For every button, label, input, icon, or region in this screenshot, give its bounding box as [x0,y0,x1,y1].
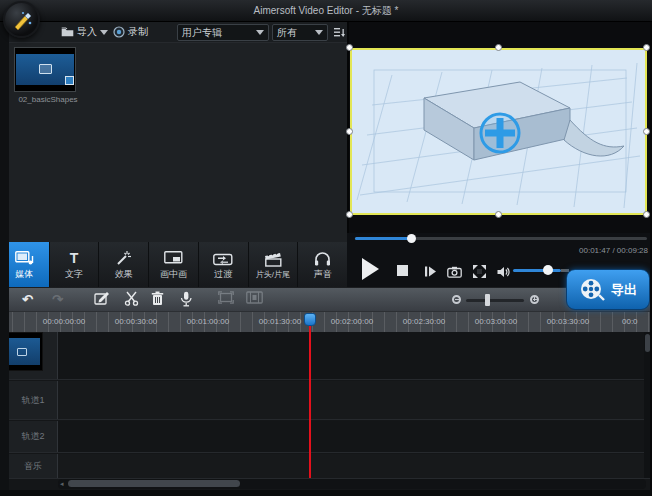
undo-button[interactable]: ↶ [22,291,33,308]
split-scene-button[interactable] [246,291,263,308]
voiceover-button[interactable] [180,291,192,311]
resize-handle-top-left[interactable] [346,44,353,51]
resize-handle-top[interactable] [495,44,502,51]
text-icon: T [70,249,79,266]
track-2[interactable]: 轨道2 [0,421,652,453]
track-1[interactable]: 轨道1 [0,381,652,420]
tab-pip-label: 画中画 [160,268,187,281]
snapshot-button[interactable] [447,264,462,282]
sort-icon [334,27,345,38]
tab-effects-label: 效果 [115,268,133,281]
playhead-line [309,315,311,478]
record-icon [113,26,125,38]
step-forward-button[interactable] [424,264,437,282]
folder-icon [61,27,74,37]
tab-transition-label: 过渡 [214,268,232,281]
resize-handle-left[interactable] [346,128,353,135]
headphones-icon [314,249,331,266]
import-caret-icon [100,30,108,35]
magic-wand-icon [115,249,132,266]
horizontal-scrollbar-thumb[interactable] [68,480,240,487]
tab-sound[interactable]: 声音 [298,242,347,287]
media-toolbar: 导入 录制 用户专辑 所有 [9,22,347,43]
resize-handle-top-right[interactable] [643,44,650,51]
scroll-left-arrow-icon[interactable]: ◂ [60,481,64,487]
timeline-zoom-thumb[interactable] [485,294,490,306]
timeline-zoom-slider[interactable] [466,299,524,302]
tab-transition[interactable]: 过渡 [199,242,248,287]
tab-text[interactable]: T 文字 [50,242,99,287]
sort-button[interactable] [334,24,345,40]
import-button[interactable]: 导入 [61,24,108,40]
volume-icon[interactable] [497,264,510,282]
import-label: 导入 [77,25,97,39]
redo-button[interactable]: ↷ [52,291,63,308]
app-window: Aimersoft Video Editor - 无标题 * ? 下载 × 导入 [0,0,652,496]
ruler-label: 00:02:30:00 [394,317,454,326]
export-label: 导出 [611,281,637,299]
filter-dropdown-value: 所有 [277,26,297,40]
track-music[interactable]: 音乐 [0,454,652,479]
crop-button[interactable] [218,291,234,308]
playhead-marker[interactable] [304,313,316,326]
fullscreen-button[interactable] [473,264,486,282]
ruler-label: 00:02:00:00 [322,317,382,326]
record-button[interactable]: 录制 [113,24,148,40]
record-label: 录制 [128,25,148,39]
export-button[interactable]: 导出 [566,269,650,310]
track-label: 轨道1 [9,381,58,419]
track-video-main[interactable]: 影片 [0,332,652,380]
ruler-label: 00:03:00:00 [466,317,526,326]
tab-media-label: 媒体 [15,268,33,281]
volume-slider-track[interactable] [513,269,561,272]
cut-button[interactable] [124,291,139,310]
tab-intro-credit-label: 片头/片尾 [256,269,290,280]
stop-button[interactable] [397,265,408,276]
ruler-label: 00:00:30:00 [106,317,166,326]
timeline-tracks: 影片 轨道1 轨道2 音乐 02_basicShapes [0,332,652,490]
ruler-label: 00:03:30:00 [538,317,598,326]
tab-effects[interactable]: 效果 [99,242,148,287]
video-badge-icon [65,76,74,85]
zoom-in-button[interactable] [530,295,539,304]
resize-handle-right[interactable] [643,128,650,135]
element-tabbar: 媒体 T 文字 效果 画中画 过渡 片头/片 [0,242,347,287]
transition-icon [213,249,233,266]
app-logo-icon[interactable] [3,1,40,38]
volume-slider-handle[interactable] [543,265,553,275]
filter-dropdown-caret-icon [315,30,323,35]
magic-wand-icon [11,9,35,33]
resize-handle-bottom-left[interactable] [346,211,353,218]
picture-icon [17,348,27,356]
window-bottom-edge [0,490,652,496]
ruler-label: 00:01:00:00 [178,317,238,326]
seek-handle[interactable] [407,234,416,243]
filter-dropdown[interactable]: 所有 [272,24,328,41]
track-label: 轨道2 [9,421,58,452]
album-dropdown[interactable]: 用户专辑 [177,24,269,41]
media-icon [15,249,34,266]
tab-sound-label: 声音 [314,268,332,281]
media-grid: 02_basicShapes [9,44,347,242]
window-title: Aimersoft Video Editor - 无标题 * [0,4,652,18]
media-item-thumbnail[interactable] [14,47,76,92]
resize-handle-bottom-right[interactable] [643,211,650,218]
time-display: 00:01:47 / 00:09:28 [440,246,648,255]
tab-pip[interactable]: 画中画 [149,242,198,287]
horizontal-scrollbar[interactable]: ◂ [58,479,646,489]
film-reel-icon [579,277,605,303]
tab-intro-credit[interactable]: 片头/片尾 [249,242,298,287]
album-dropdown-caret-icon [256,30,264,35]
seek-bar[interactable] [355,237,647,240]
picture-in-picture-icon [164,249,183,266]
preview-canvas[interactable] [350,48,647,215]
ruler-label: 00:00:00:00 [34,317,94,326]
resize-handle-bottom[interactable] [495,211,502,218]
edit-button[interactable] [94,291,110,310]
timeline-ruler[interactable]: 00:00:00:00 00:00:30:00 00:01:00:00 00:0… [0,311,652,332]
play-button[interactable] [362,258,379,280]
delete-button[interactable] [151,291,164,310]
picture-icon [39,64,52,74]
zoom-out-button[interactable] [452,295,461,304]
timeline-toolbar: ↶ ↷ [0,287,652,311]
